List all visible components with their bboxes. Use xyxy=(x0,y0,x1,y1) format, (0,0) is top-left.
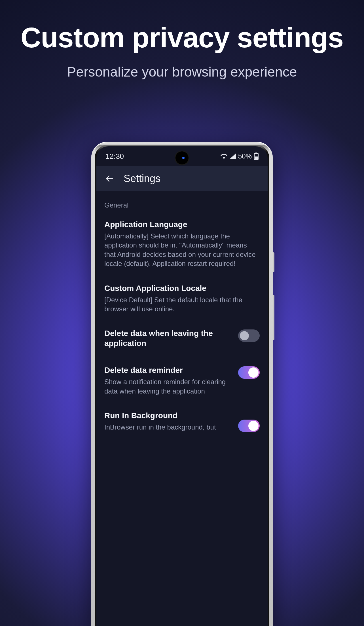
setting-delete-on-leave[interactable]: Delete data when leaving the application xyxy=(104,328,260,350)
back-button[interactable] xyxy=(103,172,116,185)
setting-description: [Device Default] Set the default locale … xyxy=(104,295,260,314)
setting-title: Delete data when leaving the application xyxy=(104,328,231,348)
setting-title: Application Language xyxy=(104,219,260,229)
camera-punch-hole-icon xyxy=(175,151,189,164)
status-time: 12:30 xyxy=(105,152,124,161)
wifi-icon xyxy=(221,153,227,159)
setting-custom-locale[interactable]: Custom Application Locale [Device Defaul… xyxy=(104,283,260,314)
app-bar: Settings xyxy=(96,166,268,191)
appbar-title: Settings xyxy=(124,173,160,185)
setting-description: Show a notification reminder for clearin… xyxy=(104,377,231,396)
setting-application-language[interactable]: Application Language [Automatically] Sel… xyxy=(104,219,260,268)
switch-delete-on-leave[interactable] xyxy=(238,329,260,342)
setting-run-background[interactable]: Run In Background InBrowser run in the b… xyxy=(104,411,260,432)
phone-frame: 12:30 50% xyxy=(91,142,273,626)
switch-thumb xyxy=(240,331,249,340)
phone-side-button-small xyxy=(273,252,274,272)
switch-thumb xyxy=(248,421,259,431)
switch-delete-reminder[interactable] xyxy=(238,366,260,379)
promo-subhead: Personalize your browsing experience xyxy=(67,64,297,80)
svg-rect-2 xyxy=(255,156,258,159)
phone-side-button-large xyxy=(273,295,274,340)
promo-headline: Custom privacy settings xyxy=(21,23,343,52)
arrow-left-icon xyxy=(105,174,114,183)
section-header-general: General xyxy=(104,201,260,209)
cellular-signal-icon xyxy=(230,153,236,159)
phone-screen: 12:30 50% xyxy=(96,146,268,626)
promo-background: Custom privacy settings Personalize your… xyxy=(0,0,364,626)
switch-thumb xyxy=(248,367,259,378)
setting-description: InBrowser run in the background, but xyxy=(104,423,231,432)
setting-title: Run In Background xyxy=(104,411,231,420)
switch-run-background[interactable] xyxy=(238,420,260,432)
battery-icon xyxy=(254,153,259,160)
setting-title: Custom Application Locale xyxy=(104,283,260,293)
setting-delete-reminder[interactable]: Delete data reminder Show a notification… xyxy=(104,365,260,396)
battery-percentage: 50% xyxy=(238,152,252,160)
setting-title: Delete data reminder xyxy=(104,365,231,375)
settings-list[interactable]: General Application Language [Automatica… xyxy=(96,191,268,432)
setting-description: [Automatically] Select which language th… xyxy=(104,232,260,268)
